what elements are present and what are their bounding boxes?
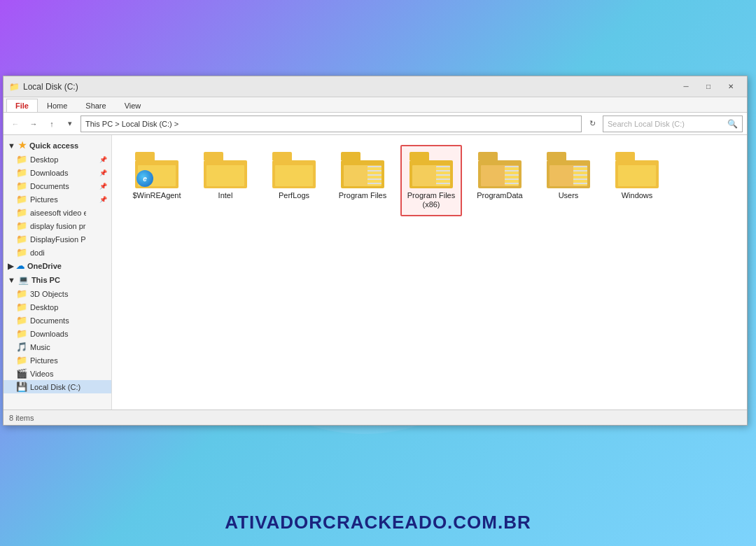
folder-blue-icon: 📁 (16, 154, 27, 164)
folder-perflogs[interactable]: PerfLogs (263, 145, 325, 216)
folder-programfiles[interactable]: Program Files (332, 145, 393, 216)
folder-down2-icon: 📁 (16, 328, 27, 339)
ribbon: File Home Share View (4, 97, 747, 113)
folder-users[interactable]: Users (538, 145, 599, 216)
search-placeholder: Search Local Disk (C:) (608, 120, 685, 128)
this-pc-header[interactable]: ▼ 💻 This PC (4, 273, 111, 287)
back-button[interactable]: ← (8, 116, 23, 132)
local-disk-icon: 💾 (16, 382, 27, 392)
sidebar-item-displayfusion-i[interactable]: 📁 display fusion pro i... (4, 219, 111, 232)
folder-winreagent-img: e (135, 152, 178, 188)
folder-name: Intel (218, 191, 233, 200)
sidebar-item-local-disk[interactable]: 💾 Local Disk (C:) (4, 380, 111, 393)
tab-home[interactable]: Home (38, 99, 76, 112)
folder-programfiles-x86-img (410, 152, 453, 188)
folder-name: PerfLogs (279, 191, 309, 200)
folder-pic-icon: 📁 (16, 194, 27, 204)
folder-perflogs-img (272, 152, 316, 188)
sidebar-item-desktop[interactable]: 📁 Desktop 📌 (4, 153, 111, 166)
address-bar: ← → ↑ ▾ This PC > Local Disk (C:) > ↻ Se… (4, 113, 747, 135)
quick-access-label: Quick access (29, 141, 78, 150)
folder-name: Users (559, 191, 579, 200)
this-pc-label: This PC (31, 276, 60, 284)
title-bar-controls: ─ □ ✕ (676, 80, 741, 94)
pin-icon: 📌 (99, 156, 107, 163)
address-path-text: This PC > Local Disk (C:) > (85, 120, 178, 128)
folder-programfiles-x86[interactable]: Program Files(x86) (400, 145, 462, 216)
title-bar-folder-icon: 📁 (9, 82, 19, 92)
sidebar-item-downloads-pc[interactable]: 📁 Downloads (4, 327, 111, 340)
search-box[interactable]: Search Local Disk (C:) 🔍 (603, 115, 743, 132)
folder-name: Program Files (339, 191, 386, 200)
sidebar-item-downloads[interactable]: 📁 Downloads 📌 (4, 166, 111, 179)
minimize-button[interactable]: ─ (676, 80, 696, 94)
refresh-button[interactable]: ↻ (584, 116, 600, 132)
folder-name: Program Files(x86) (407, 191, 455, 209)
up-button[interactable]: ↑ (44, 116, 59, 132)
quick-access-header[interactable]: ▼ ★ Quick access (4, 138, 111, 153)
maximize-button[interactable]: □ (698, 80, 719, 94)
sidebar-item-dodi[interactable]: 📁 dodi (4, 246, 111, 259)
sidebar-item-3dobjects[interactable]: 📁 3D Objects (4, 287, 111, 300)
onedrive-chevron: ▶ (8, 262, 13, 271)
file-area: e $WinREAgent Intel P (112, 135, 747, 410)
onedrive-header[interactable]: ▶ ☁ OneDrive (4, 259, 111, 273)
folder-windows[interactable]: Windows (606, 145, 668, 216)
sidebar-item-displayfusion-pro[interactable]: 📁 DisplayFusion Pro 1... (4, 232, 111, 246)
folder-programdata[interactable]: ProgramData (469, 145, 531, 216)
this-pc-icon: 💻 (18, 275, 29, 285)
star-icon: ★ (18, 140, 27, 150)
pin-icon-3: 📌 (99, 183, 107, 190)
main-content: ▼ ★ Quick access 📁 Desktop 📌 📁 Downloads… (4, 135, 747, 410)
folder-users-img (547, 152, 590, 188)
folder-winreagent[interactable]: e $WinREAgent (126, 145, 188, 216)
pin-icon-4: 📌 (99, 196, 107, 203)
folder-intel[interactable]: Intel (195, 145, 256, 216)
sidebar-item-videos[interactable]: 🎬 Videos (4, 367, 111, 380)
folder-intel-img (204, 152, 247, 188)
search-icon: 🔍 (727, 119, 738, 129)
title-bar-label: Local Disk (C:) (23, 82, 78, 92)
sidebar-item-desktop-pc[interactable]: 📁 Desktop (4, 300, 111, 314)
sidebar-item-pictures-pc[interactable]: 📁 Pictures (4, 354, 111, 367)
title-bar-left: 📁 Local Disk (C:) (9, 82, 78, 92)
folder-3d-icon: 📁 (16, 288, 27, 299)
sidebar-item-aiseesoft[interactable]: 📁 aiseesoft video enh... (4, 206, 111, 219)
folder-icon-5: 📁 (16, 207, 27, 218)
folder-pic2-icon: 📁 (16, 355, 27, 365)
onedrive-icon: ☁ (16, 261, 24, 271)
recent-locations-button[interactable]: ▾ (62, 116, 78, 132)
folder-windows-img (615, 152, 659, 188)
this-pc-chevron: ▼ (8, 276, 15, 284)
tab-view[interactable]: View (115, 99, 150, 112)
folder-icon-8: 📁 (16, 247, 27, 258)
sidebar-item-music[interactable]: 🎵 Music (4, 340, 111, 354)
folder-name: Windows (622, 191, 653, 200)
folder-video-icon: 🎬 (16, 368, 27, 379)
explorer-window: 📁 Local Disk (C:) ─ □ ✕ File Home Share … (3, 76, 748, 426)
folder-doc2-icon: 📁 (16, 315, 27, 326)
folder-down-icon: 📁 (16, 167, 27, 178)
sidebar-item-documents-pc[interactable]: 📁 Documents (4, 314, 111, 327)
folder-programfiles-img (341, 152, 384, 188)
status-text: 8 items (9, 414, 34, 422)
folder-name: ProgramData (477, 191, 522, 200)
ribbon-tabs: File Home Share View (4, 97, 747, 112)
folder-music-icon: 🎵 (16, 342, 27, 352)
onedrive-label: OneDrive (27, 262, 62, 270)
quick-access-chevron: ▼ (8, 141, 15, 150)
folder-icon-6: 📁 (16, 220, 27, 231)
sidebar: ▼ ★ Quick access 📁 Desktop 📌 📁 Downloads… (4, 135, 112, 410)
folder-desktop-icon: 📁 (16, 302, 27, 312)
ie-overlay-icon: e (136, 170, 153, 187)
sidebar-item-documents[interactable]: 📁 Documents 📌 (4, 179, 111, 192)
tab-file[interactable]: File (6, 99, 38, 112)
local-disk-label: Local Disk (C:) (30, 383, 80, 391)
forward-button[interactable]: → (26, 116, 41, 132)
close-button[interactable]: ✕ (720, 80, 741, 94)
folder-icon-7: 📁 (16, 234, 27, 244)
tab-share[interactable]: Share (76, 99, 115, 112)
sidebar-item-pictures[interactable]: 📁 Pictures 📌 (4, 192, 111, 206)
folder-programdata-img (478, 152, 522, 188)
address-path[interactable]: This PC > Local Disk (C:) > (80, 115, 582, 132)
